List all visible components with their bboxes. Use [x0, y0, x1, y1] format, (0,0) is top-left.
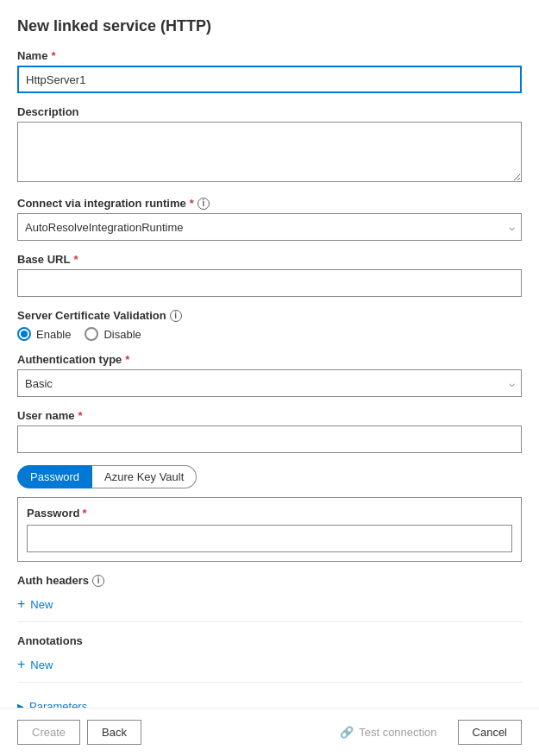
test-connection-button[interactable]: 🔗 Test connection [326, 721, 450, 744]
footer-right: 🔗 Test connection Cancel [326, 720, 522, 745]
name-input[interactable] [17, 66, 522, 93]
name-required-star: * [51, 49, 55, 62]
runtime-required-star: * [190, 197, 194, 210]
cert-validation-label: Server Certificate Validation i [17, 309, 522, 322]
password-tab-group: Password Azure Key Vault Password * [17, 465, 522, 562]
parameters-group: ▶ Parameters [17, 695, 522, 708]
disable-radio-circle [85, 327, 98, 341]
description-input[interactable] [17, 122, 522, 182]
auth-headers-new-wrapper: + New [17, 594, 522, 614]
annotations-group: Annotations + New [17, 634, 522, 683]
password-tab[interactable]: Password [17, 465, 92, 488]
annotations-new-wrapper: + New [17, 654, 522, 675]
base-url-field-group: Base URL * [17, 253, 522, 297]
disable-radio-option[interactable]: Disable [85, 327, 141, 341]
parameters-arrow-icon: ▶ [17, 702, 24, 708]
cert-info-icon[interactable]: i [170, 310, 182, 322]
page-title: New linked service (HTTP) [17, 17, 522, 35]
back-button[interactable]: Back [87, 720, 141, 745]
auth-type-field-group: Authentication type * Basic ⌵ [17, 353, 522, 397]
runtime-select-wrapper: AutoResolveIntegrationRuntime ⌵ [17, 213, 522, 241]
auth-headers-plus-icon: + [17, 597, 25, 611]
password-required-star: * [82, 507, 86, 520]
auth-headers-new-label: New [30, 598, 53, 611]
enable-radio-label: Enable [36, 328, 71, 341]
cert-radio-group: Enable Disable [17, 327, 522, 341]
auth-type-required-star: * [125, 353, 129, 366]
password-box: Password * [17, 497, 522, 562]
auth-headers-new-button[interactable]: + New [17, 594, 53, 614]
description-label: Description [17, 105, 522, 118]
runtime-info-icon[interactable]: i [197, 198, 210, 210]
auth-type-select-wrapper: Basic ⌵ [17, 369, 522, 397]
description-field-group: Description [17, 105, 522, 185]
footer: Create Back 🔗 Test connection Cancel [0, 708, 539, 756]
auth-type-select[interactable]: Basic [17, 369, 522, 397]
runtime-label: Connect via integration runtime * i [17, 197, 522, 210]
annotations-new-button[interactable]: + New [17, 654, 53, 675]
enable-radio-circle [17, 327, 31, 341]
test-connection-label: Test connection [359, 726, 436, 739]
base-url-required-star: * [73, 253, 78, 266]
username-label: User name * [17, 409, 522, 422]
disable-radio-label: Disable [103, 328, 141, 341]
parameters-label: Parameters [29, 700, 87, 708]
username-required-star: * [78, 409, 82, 422]
runtime-select[interactable]: AutoResolveIntegrationRuntime [17, 213, 522, 241]
annotations-plus-icon: + [17, 658, 25, 671]
password-field-label: Password * [27, 507, 512, 520]
parameters-collapse-button[interactable]: ▶ Parameters [17, 695, 87, 708]
enable-radio-option[interactable]: Enable [17, 327, 71, 341]
azure-key-vault-tab[interactable]: Azure Key Vault [92, 465, 197, 488]
cancel-button[interactable]: Cancel [458, 720, 522, 745]
auth-type-label: Authentication type * [17, 353, 522, 366]
username-input[interactable] [17, 425, 522, 453]
annotations-new-label: New [30, 658, 53, 671]
runtime-field-group: Connect via integration runtime * i Auto… [17, 197, 522, 241]
annotations-label: Annotations [17, 634, 522, 647]
cert-validation-group: Server Certificate Validation i Enable D… [17, 309, 522, 341]
base-url-label: Base URL * [17, 253, 522, 266]
auth-headers-info-icon[interactable]: i [92, 575, 104, 587]
username-field-group: User name * [17, 409, 522, 453]
name-field-group: Name * [17, 49, 522, 93]
create-button[interactable]: Create [17, 720, 80, 745]
test-connection-icon: 🔗 [340, 726, 354, 739]
base-url-input[interactable] [17, 269, 522, 297]
auth-headers-label: Auth headers i [17, 574, 522, 587]
auth-headers-divider [17, 621, 522, 622]
annotations-divider [17, 682, 522, 683]
password-tabs: Password Azure Key Vault [17, 465, 522, 488]
password-input[interactable] [27, 525, 512, 552]
auth-headers-group: Auth headers i + New [17, 574, 522, 622]
name-label: Name * [17, 49, 522, 62]
